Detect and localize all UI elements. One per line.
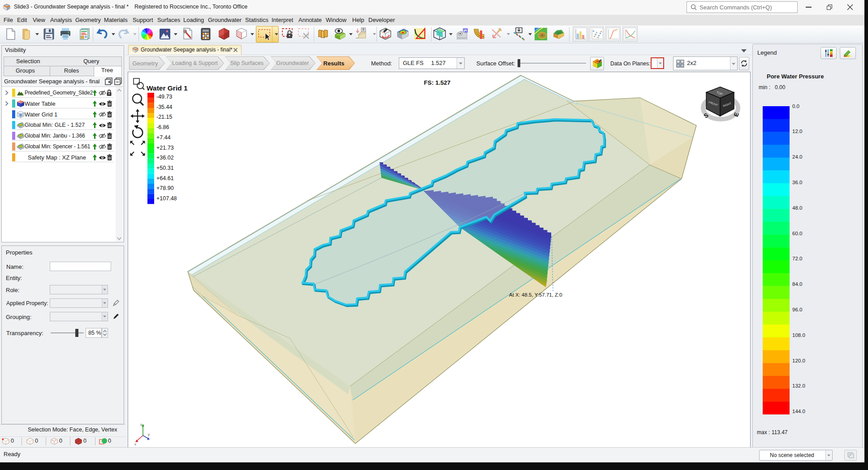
svg-text:+7.44: +7.44: [156, 134, 171, 141]
svg-text:-21.15: -21.15: [156, 114, 172, 120]
svg-text:Water Grid 1: Water Grid 1: [147, 84, 188, 92]
svg-text:-49.73: -49.73: [156, 94, 172, 100]
svg-text:+64.61: +64.61: [156, 175, 174, 181]
svg-text:+36.02: +36.02: [156, 155, 174, 161]
svg-text:+107.48: +107.48: [156, 195, 177, 202]
svg-text:z: z: [140, 423, 142, 427]
svg-text:At X: 48.5, Y:57.71, Z:0: At X: 48.5, Y:57.71, Z:0: [509, 292, 562, 298]
svg-text:-35.44: -35.44: [156, 104, 172, 110]
svg-text:y: y: [148, 432, 150, 436]
svg-text:x: x: [134, 442, 136, 446]
svg-text:+50.31: +50.31: [156, 165, 174, 171]
svg-text:+21.73: +21.73: [156, 145, 174, 151]
svg-text:+78.90: +78.90: [156, 185, 174, 191]
svg-text:-6.86: -6.86: [156, 124, 169, 130]
svg-text:FS: 1.527: FS: 1.527: [424, 79, 450, 86]
